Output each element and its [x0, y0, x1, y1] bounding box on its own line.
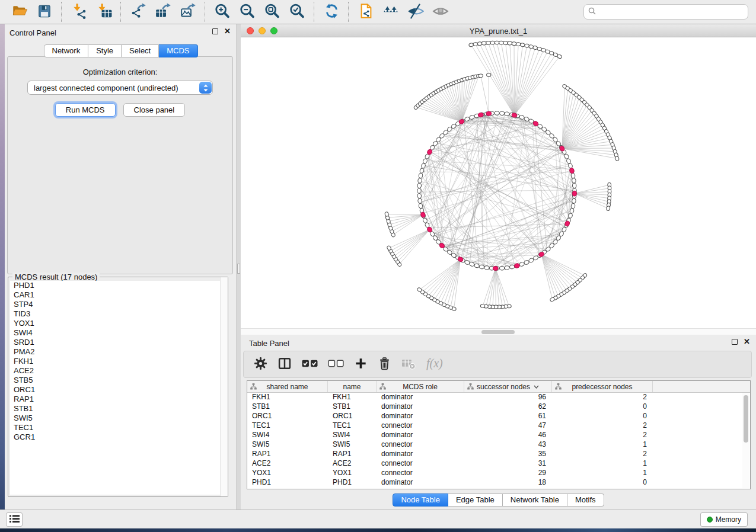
tab-style[interactable]: Style [88, 44, 122, 57]
hscroll-thumb[interactable] [481, 330, 515, 334]
tab-mcds[interactable]: MCDS [159, 44, 197, 57]
zoom-fit-button[interactable] [263, 2, 281, 21]
column-header-successor-nodes[interactable]: successor nodes [464, 381, 552, 392]
export-image-icon [180, 3, 196, 21]
checked-boxes-icon [302, 359, 318, 370]
vscroll-thumb[interactable] [744, 395, 748, 443]
search-box[interactable] [583, 4, 748, 20]
deselect-all-button[interactable] [328, 359, 344, 370]
result-node-swi5[interactable]: SWI5 [10, 414, 226, 423]
result-node-phd1[interactable]: PHD1 [10, 281, 226, 290]
divider-handle[interactable] [237, 264, 240, 274]
tab-network[interactable]: Network [43, 44, 88, 57]
table-row-fkh1[interactable]: FKH1FKH1dominator962 [247, 392, 742, 402]
export-table-button[interactable] [154, 2, 172, 21]
open-session-button[interactable] [11, 2, 28, 21]
result-node-tec1[interactable]: TEC1 [10, 423, 226, 432]
export-image-button[interactable] [179, 2, 197, 21]
table-row-tec1[interactable]: TEC1TEC1connector472 [247, 421, 742, 430]
tab-motifs[interactable]: Motifs [567, 493, 604, 507]
memory-button[interactable]: Memory [700, 512, 748, 527]
result-node-car1[interactable]: CAR1 [10, 290, 226, 300]
table-row-ace2[interactable]: ACE2ACE2connector311 [247, 459, 742, 468]
table-row-orc1[interactable]: ORC1ORC1dominator610 [247, 411, 742, 421]
table-row-stb1[interactable]: STB1STB1dominator620 [247, 402, 742, 411]
result-node-orc1[interactable]: ORC1 [10, 385, 226, 395]
export-table-icon [155, 3, 171, 21]
node-table-header: shared namenameMCDS rolesuccessor nodesp… [247, 381, 750, 393]
network-titlebar[interactable]: YPA_prune.txt_1 [241, 24, 756, 37]
result-node-pma2[interactable]: PMA2 [10, 347, 226, 357]
column-header-shared-name[interactable]: shared name [247, 381, 328, 392]
table-row-swi5[interactable]: SWI5SWI5connector431 [247, 440, 742, 449]
import-table-icon [96, 3, 112, 21]
close-panel-icon[interactable]: ✕ [224, 28, 231, 35]
show-details-eye-icon [432, 3, 449, 21]
close-table-panel-icon[interactable]: ✕ [744, 338, 750, 345]
node-table-body: FKH1FKH1dominator962STB1STB1dominator620… [247, 392, 742, 489]
table-settings-button[interactable] [254, 357, 267, 372]
memory-label: Memory [716, 515, 741, 524]
result-node-srd1[interactable]: SRD1 [10, 338, 226, 347]
result-node-fkh1[interactable]: FKH1 [10, 357, 226, 366]
search-network-icon[interactable] [382, 2, 400, 21]
show-panels-button[interactable] [6, 512, 23, 527]
column-selector-button[interactable] [277, 357, 292, 372]
result-node-ace2[interactable]: ACE2 [10, 366, 226, 376]
network-title: YPA_prune.txt_1 [241, 27, 756, 36]
result-node-tid3[interactable]: TID3 [10, 309, 226, 319]
export-network-button[interactable] [129, 2, 147, 21]
zoom-selected-button[interactable] [288, 2, 306, 21]
table-row-phd1[interactable]: PHD1PHD1dominator180 [247, 477, 742, 487]
close-panel-button[interactable]: Close panel [123, 103, 186, 117]
plus-icon [354, 357, 368, 372]
delete-column-button[interactable] [378, 357, 391, 373]
zoom-selected-icon [289, 3, 305, 21]
tab-network-table[interactable]: Network Table [503, 493, 567, 507]
mcds-result-list: PHD1CAR1STP4TID3YOX1SWI4SRD1PMA2FKH1ACE2… [10, 281, 226, 495]
criterion-dropdown[interactable]: largest connected component (undirected) [27, 81, 213, 95]
hide-graphics-details-button[interactable] [407, 2, 425, 21]
save-session-button[interactable] [36, 2, 53, 21]
column-header-name[interactable]: name [328, 381, 377, 392]
select-all-button[interactable] [302, 359, 318, 370]
result-node-stb1[interactable]: STB1 [10, 404, 226, 414]
desktop-wallpaper-left [0, 24, 5, 528]
table-row-swi4[interactable]: SWI4SWI4dominator462 [247, 430, 742, 440]
search-input[interactable] [598, 7, 748, 17]
import-table-button[interactable] [95, 2, 113, 21]
tab-node-table[interactable]: Node Table [393, 493, 448, 507]
column-header-MCDS-role[interactable]: MCDS role [377, 381, 464, 392]
result-node-swi4[interactable]: SWI4 [10, 328, 226, 338]
network-graph[interactable] [241, 37, 756, 328]
delete-table-button[interactable] [401, 357, 416, 371]
result-node-yox1[interactable]: YOX1 [10, 319, 226, 328]
zoom-out-button[interactable] [238, 2, 256, 21]
float-panel-icon[interactable] [212, 28, 218, 34]
float-table-panel-icon[interactable] [732, 339, 738, 345]
column-header-predecessor-nodes[interactable]: predecessor nodes [552, 381, 653, 392]
result-node-stb5[interactable]: STB5 [10, 376, 226, 385]
tab-edge-table[interactable]: Edge Table [448, 493, 503, 507]
result-node-gcr1[interactable]: GCR1 [10, 432, 226, 442]
table-row-yox1[interactable]: YOX1YOX1connector291 [247, 468, 742, 477]
share-document-button[interactable] [357, 2, 375, 21]
zoom-in-button[interactable] [213, 2, 231, 21]
result-node-rap1[interactable]: RAP1 [10, 395, 226, 404]
tab-select[interactable]: Select [122, 44, 159, 57]
add-column-button[interactable] [354, 357, 368, 372]
network-canvas[interactable] [241, 37, 756, 328]
result-list-scrollbar[interactable] [220, 277, 228, 496]
function-builder-button[interactable]: f(x) [426, 357, 448, 373]
toolbar-separator [120, 2, 122, 22]
refresh-button[interactable] [323, 2, 340, 21]
share-document-icon [358, 3, 374, 21]
table-row-rap1[interactable]: RAP1RAP1dominator352 [247, 449, 742, 459]
network-hscrollbar[interactable] [241, 328, 756, 335]
import-network-button[interactable] [70, 2, 88, 21]
desktop: Control Panel ✕ NetworkStyleSelectMCDS O… [0, 0, 756, 532]
show-graphics-details-button[interactable] [432, 2, 449, 21]
table-vscrollbar[interactable] [742, 393, 749, 488]
result-node-stp4[interactable]: STP4 [10, 300, 226, 309]
run-mcds-button[interactable]: Run MCDS [55, 103, 116, 117]
